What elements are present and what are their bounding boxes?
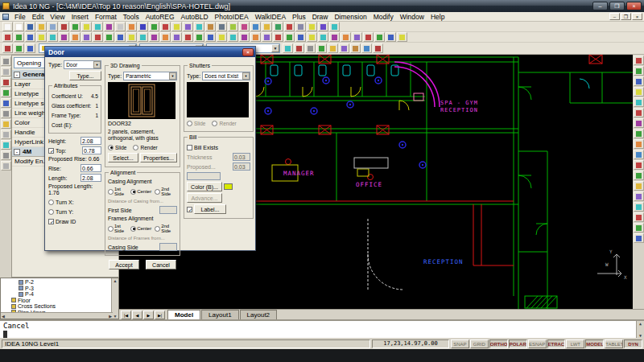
shutters-type-combo[interactable]: Does not Exist — [202, 72, 250, 80]
toolbar2-icon-33[interactable] — [363, 32, 374, 42]
toolbar2-icon-25[interactable] — [273, 32, 283, 42]
toolbar2-icon-23[interactable] — [250, 32, 261, 42]
tree-item[interactable]: Floor — [1, 298, 118, 304]
left-tool-icon-8[interactable] — [1, 130, 11, 139]
right-tool-icon-8[interactable] — [634, 129, 644, 138]
props-icon-3[interactable] — [25, 43, 35, 53]
toolbar2-icon-9[interactable] — [93, 32, 103, 42]
toolbar2-icon-10[interactable] — [104, 32, 114, 42]
toolbar1-icon-1[interactable] — [2, 22, 13, 31]
menu-autobld[interactable]: AutoBLD — [178, 13, 212, 21]
menu-dimension[interactable]: Dimension — [331, 13, 369, 21]
label-checkbox[interactable] — [187, 207, 192, 212]
title-bar[interactable]: Idea 10 NG - [C:\4M\IDEA\Top 10 reason\E… — [0, 0, 644, 12]
top-field[interactable]: 0.78 — [82, 146, 101, 154]
toolbar2-icon-13[interactable] — [138, 32, 148, 42]
left-tool-icon-11[interactable] — [1, 161, 11, 171]
shutters-render-radio[interactable] — [212, 121, 217, 126]
mdi-restore-button[interactable]: ❐ — [621, 13, 631, 20]
toolbar1-icon-17[interactable] — [183, 22, 193, 31]
bill-exists-checkbox[interactable] — [187, 145, 192, 150]
left-tool-icon-9[interactable] — [1, 140, 11, 150]
toolbar2-icon-2[interactable] — [14, 32, 24, 42]
minimize-button[interactable]: – — [592, 2, 608, 10]
menu-window[interactable]: Window — [397, 13, 427, 21]
scroll-up-icon[interactable]: ▲ — [639, 321, 642, 326]
rise-field[interactable]: 0.66 — [80, 164, 101, 172]
tab-nav-button-3[interactable]: ▶ — [143, 311, 154, 319]
status-toggle-snap[interactable]: SNAP — [451, 339, 469, 348]
scroll-right-icon[interactable]: ▶ — [109, 314, 112, 319]
maximize-button[interactable]: ❐ — [609, 2, 625, 10]
toolbar2-icon-4[interactable] — [36, 32, 47, 42]
toolbar1-icon-15[interactable] — [160, 22, 171, 31]
turn-x-radio[interactable] — [48, 200, 54, 205]
toolbar1-icon-20[interactable] — [217, 22, 227, 31]
toolbar1-icon-3[interactable] — [25, 22, 35, 31]
toolbar2-icon-27[interactable] — [295, 32, 306, 42]
close-button[interactable]: × — [626, 2, 642, 10]
menu-draw[interactable]: Draw — [309, 13, 332, 21]
menu-plus[interactable]: Plus — [289, 13, 309, 21]
type-button[interactable]: Type... — [69, 71, 101, 80]
radio-option-2nd-side[interactable]: 2nd Side — [155, 224, 175, 233]
right-tool-icon-15[interactable] — [634, 202, 644, 212]
toolbar2-icon-35[interactable] — [386, 32, 396, 42]
radio-option-1st-side[interactable]: 1st Side — [108, 224, 127, 233]
toolbar2-icon-5[interactable] — [47, 32, 58, 42]
toolbar2-icon-30[interactable] — [329, 32, 340, 42]
right-tool-icon-12[interactable] — [634, 171, 644, 180]
right-tool-icon-17[interactable] — [634, 223, 644, 232]
mdi-close-button[interactable]: × — [632, 13, 642, 20]
chevron-down-icon[interactable] — [271, 44, 279, 52]
slide-radio[interactable] — [108, 145, 114, 150]
right-tool-icon-18[interactable] — [634, 233, 644, 243]
toolbar1-icon-24[interactable] — [262, 22, 272, 31]
menu-edit[interactable]: Edit — [29, 13, 47, 21]
radio-option-2nd-side[interactable]: 2nd Side — [155, 187, 175, 196]
toolbar2-icon-8[interactable] — [81, 32, 92, 42]
toolbar2-icon-21[interactable] — [228, 32, 238, 42]
door-type-combo[interactable]: Door — [64, 60, 101, 69]
status-toggle-tablet[interactable]: TABLET — [605, 339, 623, 348]
tab-nav-button-1[interactable]: |◀ — [121, 311, 131, 319]
radio-option-center[interactable]: Center — [130, 189, 151, 195]
toolbar2-icon-16[interactable] — [171, 32, 182, 42]
toolbar2-icon-24[interactable] — [262, 32, 272, 42]
properties-button[interactable]: Properties... — [140, 153, 177, 162]
toolbar2-icon-26[interactable] — [284, 32, 295, 42]
length-field[interactable]: 2.08 — [80, 174, 101, 182]
height-field[interactable]: 2.08 — [80, 137, 101, 145]
toolbar1-icon-14[interactable] — [149, 22, 159, 31]
toolbar1-icon-30[interactable] — [329, 22, 340, 31]
toolbar1-icon-16[interactable] — [171, 22, 182, 31]
menu-format[interactable]: Format — [92, 13, 120, 21]
top-checkbox[interactable] — [48, 148, 54, 154]
tree-horizontal-scrollbar[interactable]: ◀▶ — [1, 312, 113, 319]
menu-modify[interactable]: Modify — [370, 13, 397, 21]
toolbar2-icon-3[interactable] — [25, 32, 35, 42]
right-tool-icon-13[interactable] — [634, 181, 644, 191]
toolbar1-icon-19[interactable] — [205, 22, 216, 31]
toolbar2-icon-29[interactable] — [318, 32, 328, 42]
toolbar1-icon-7[interactable] — [70, 22, 80, 31]
right-tool-icon-10[interactable] — [634, 150, 644, 159]
toolbar2-icon-20[interactable] — [217, 32, 227, 42]
menu-walkidea[interactable]: WalkIDEA — [252, 13, 289, 21]
tab-layout1[interactable]: Layout1 — [201, 310, 238, 319]
right-tool-icon-5[interactable] — [634, 97, 644, 107]
advance-button[interactable]: Advance... — [187, 193, 222, 203]
render-radio[interactable] — [133, 145, 138, 150]
command-line[interactable]: Cancel ▲▼ — [0, 319, 644, 338]
collapse-icon[interactable]: - — [14, 72, 20, 78]
left-tool-icon-3[interactable] — [1, 77, 11, 87]
right-tool-icon-14[interactable] — [634, 191, 644, 201]
command-input[interactable] — [0, 330, 644, 338]
status-toggle-dyn[interactable]: DYN — [624, 339, 642, 348]
toolbar1-icon-29[interactable] — [318, 22, 328, 31]
tab-nav-button-2[interactable]: ◀ — [132, 311, 142, 319]
toolbar2-icon-28[interactable] — [307, 32, 317, 42]
toolbar1-icon-28[interactable] — [307, 22, 317, 31]
toolbar2-icon-12[interactable] — [126, 32, 137, 42]
toolbar1-icon-27[interactable] — [295, 22, 306, 31]
